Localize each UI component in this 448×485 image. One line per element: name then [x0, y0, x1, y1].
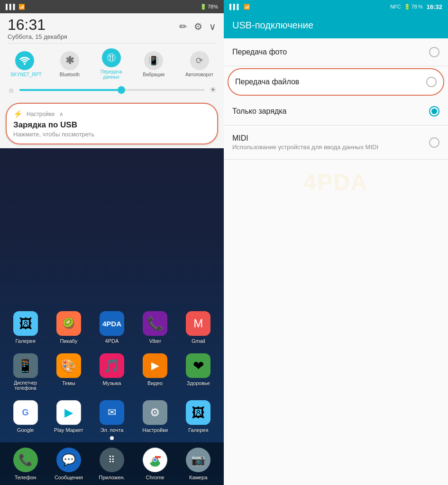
app-google[interactable]: G Google: [9, 400, 42, 433]
app-email[interactable]: ✉ Эл. почта: [96, 400, 128, 433]
usb-option-midi[interactable]: MIDI Использование устройства для ввода …: [224, 126, 448, 160]
dock-chrome-label: Chrome: [146, 475, 165, 480]
edit-icon[interactable]: ✏: [179, 21, 187, 32]
vibrate-toggle-label: Вибрация: [143, 72, 165, 77]
usb-option-midi-radio[interactable]: [429, 137, 439, 148]
bluetooth-toggle[interactable]: ✱ Bluetooth: [60, 51, 80, 77]
usb-notification-card[interactable]: ⚡ Настройки ∧ Зарядка по USB Нажмите, чт…: [6, 103, 218, 144]
brightness-thumb: [118, 86, 125, 94]
wifi-toggle[interactable]: SKYNET_RPT: [10, 51, 39, 77]
gmail-label: Gmail: [192, 338, 205, 344]
dock-chrome[interactable]: Chrome: [139, 448, 171, 480]
usb-title: USB-подключение: [232, 20, 439, 31]
bluetooth-symbol: ✱: [65, 54, 74, 67]
wifi-toggle-icon: [15, 51, 34, 70]
playmarket-icon: ▶: [56, 400, 81, 425]
usb-option-files-main: Передача файлов: [235, 78, 426, 86]
vibrate-toggle[interactable]: 📳 Вибрация: [143, 51, 165, 77]
app-viber[interactable]: 📞 Viber: [139, 311, 171, 344]
dock-apps-icon: ⠿: [100, 448, 124, 472]
gmail-icon: M: [186, 311, 210, 336]
video-icon: ▶: [143, 353, 167, 378]
battery-right-icon: 🔋: [404, 4, 411, 10]
usb-options: Передача фото Передача файлов Только зар…: [224, 38, 448, 485]
app-settings[interactable]: ⚙ Настройки: [139, 400, 171, 433]
vibrate-toggle-icon: 📳: [144, 51, 163, 70]
settings-app-icon: ⚙: [143, 400, 167, 425]
usb-option-files-radio[interactable]: [426, 77, 437, 87]
nfc-right-icon: NFC: [390, 4, 401, 9]
brightness-min-icon: ☼: [8, 86, 15, 94]
google-icon: G: [13, 400, 38, 425]
app-pikaboo[interactable]: 🥝 Пикабу: [53, 311, 85, 344]
dispatcher-label: Диспетчертелефона: [14, 380, 37, 391]
app-photos[interactable]: 🖼 Галерея: [182, 400, 214, 433]
right-panel: ▌▌▌ 📶 NFC 🔋 78 % 16:32 USB-подключение П…: [224, 0, 448, 485]
status-bar-right: ▌▌▌ 📶 NFC 🔋 78 % 16:32: [224, 0, 448, 13]
app-gallery[interactable]: 🖼 Галерея: [9, 311, 42, 344]
dock-sms-icon: 💬: [56, 448, 81, 472]
usb-option-charge-text: Только зарядка: [232, 107, 429, 116]
notif-card-subtitle: Нажмите, чтобы посмотреть: [13, 131, 210, 138]
usb-option-charge-radio[interactable]: [429, 106, 439, 117]
app-playmarket[interactable]: ▶ Play Маркет: [53, 400, 85, 433]
notif-card-expand[interactable]: ∧: [59, 111, 64, 117]
usb-option-photo-radio[interactable]: [429, 47, 439, 57]
brightness-row: ☼ ☀: [0, 83, 224, 99]
usb-option-charge[interactable]: Только зарядка: [224, 98, 448, 126]
themes-icon: 🎨: [56, 353, 81, 378]
dock-apps-label: Приложен.: [99, 475, 125, 480]
wifi-toggle-label: SKYNET_RPT: [10, 72, 39, 77]
data-toggle-icon: ⑪: [102, 48, 121, 67]
app-4pda[interactable]: 4PDA 4PDA: [96, 311, 128, 344]
usb-header: USB-подключение: [224, 13, 448, 38]
playmarket-label: Play Маркет: [54, 427, 83, 433]
settings-app-label: Настройки: [142, 427, 168, 433]
dock-phone[interactable]: 📞 Телефон: [9, 448, 42, 480]
dock-camera[interactable]: 📷 Камера: [182, 448, 214, 480]
pager-dot: [110, 436, 114, 440]
app-dispatcher[interactable]: 📱 Диспетчертелефона: [9, 353, 42, 391]
dock-apps[interactable]: ⠿ Приложен.: [96, 448, 128, 480]
usb-option-files[interactable]: Передача файлов: [228, 68, 444, 96]
time-right: 16:32: [427, 3, 442, 10]
chrome-svg: [148, 453, 162, 467]
app-health[interactable]: ❤ Здоровье: [182, 353, 214, 391]
dock-sms[interactable]: 💬 Сообщения: [53, 448, 85, 480]
current-time: 16:31: [8, 17, 179, 32]
pikaboo-label: Пикабу: [60, 338, 77, 344]
dock-camera-label: Камера: [189, 475, 207, 480]
app-video[interactable]: ▶ Видео: [139, 353, 171, 391]
data-toggle[interactable]: ⑪ Передачаданных: [101, 48, 122, 80]
brightness-track[interactable]: [19, 89, 205, 91]
health-label: Здоровье: [187, 380, 210, 386]
rotate-toggle[interactable]: ⟳ Автоповорот: [185, 51, 213, 77]
usb-option-charge-main: Только зарядка: [232, 107, 429, 116]
wifi-svg: [19, 56, 30, 65]
themes-label: Темы: [62, 380, 75, 386]
dispatcher-icon: 📱: [13, 353, 38, 378]
app-music[interactable]: 🎵 Музыка: [96, 353, 128, 391]
app-gmail[interactable]: M Gmail: [182, 311, 214, 344]
bluetooth-toggle-icon: ✱: [60, 51, 79, 70]
gallery-icon: 🖼: [13, 311, 38, 336]
rotate-toggle-label: Автоповорот: [185, 72, 213, 77]
expand-icon[interactable]: ∨: [209, 21, 216, 32]
time-block: 16:31 Суббота, 15 декабря: [8, 17, 179, 40]
status-bar-left: ▌▌▌ 📶 🔋 78 %: [0, 0, 224, 13]
usb-option-photo-main: Передача фото: [232, 48, 429, 56]
battery-percent: %: [213, 4, 218, 9]
pikaboo-icon: 🥝: [56, 311, 81, 336]
watermark-right: 4PDA: [224, 160, 448, 205]
app-row-3: G Google ▶ Play Маркет ✉ Эл. почта ⚙ Нас…: [4, 400, 220, 433]
notif-card-header: ⚡ Настройки ∧: [13, 109, 210, 118]
left-panel: ▌▌▌ 📶 🔋 78 % 16:31 Суббота, 15 декабря ✏…: [0, 0, 224, 485]
quick-toggles: SKYNET_RPT ✱ Bluetooth ⑪ Передачаданных …: [0, 44, 224, 83]
usb-option-midi-sub: Использование устройства для ввода данны…: [232, 144, 429, 151]
photos-label: Галерея: [188, 427, 208, 433]
music-icon: 🎵: [100, 353, 124, 378]
settings-icon[interactable]: ⚙: [194, 21, 202, 32]
app-themes[interactable]: 🎨 Темы: [53, 353, 85, 391]
usb-option-photo[interactable]: Передача фото: [224, 38, 448, 66]
usb-option-midi-main: MIDI: [232, 134, 429, 143]
